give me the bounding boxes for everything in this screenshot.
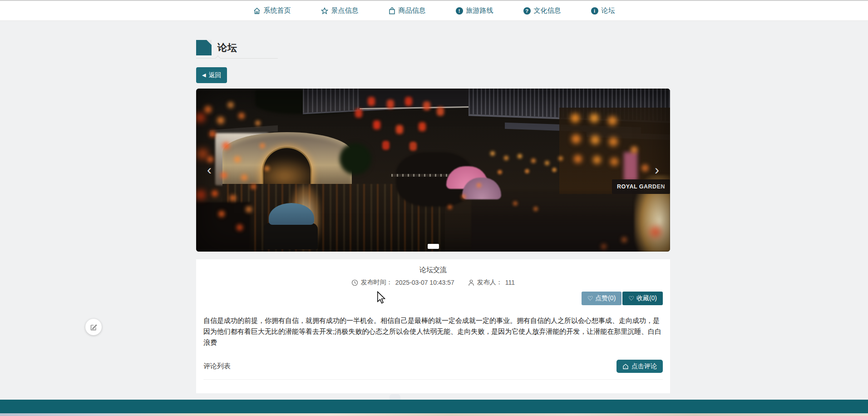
publisher-value: 111	[505, 279, 515, 286]
nav-item-label: 旅游路线	[466, 6, 493, 15]
comment-button-label: 点击评论	[631, 362, 657, 371]
title-underline	[196, 55, 278, 61]
back-button[interactable]: ◀ 返回	[196, 67, 227, 83]
publisher-label: 发布人：	[477, 278, 503, 287]
carousel-lanterns	[196, 89, 199, 91]
post-meta: 发布时间： 2025-03-07 10:43:57 发布人： 111	[203, 278, 663, 287]
post-image-carousel: ROYAL GARDEN ‹ ›	[196, 89, 670, 252]
bag-icon	[389, 7, 395, 15]
nav-item-label: 商品信息	[399, 6, 426, 15]
back-button-label: 返回	[208, 71, 221, 79]
top-navbar: 系统首页 景点信息 商品信息 ! 旅游路线 ? 文化信息 i 论坛	[0, 1, 868, 21]
carousel-indicator[interactable]	[428, 244, 439, 249]
page-title-row: 论坛	[196, 40, 670, 55]
nav-item-home[interactable]: 系统首页	[253, 6, 291, 15]
exclamation-circle-icon: !	[456, 7, 463, 15]
star-icon	[321, 7, 328, 15]
post-card: 论坛交流 发布时间： 2025-03-07 10:43:57 发布人： 111 …	[196, 259, 670, 393]
nav-items: 系统首页 景点信息 商品信息 ! 旅游路线 ? 文化信息 i 论坛	[253, 6, 615, 15]
publish-time-label: 发布时间：	[361, 278, 393, 287]
carousel-rooftop	[360, 89, 469, 109]
carousel-vertical-sign	[624, 152, 637, 181]
carousel-crowd	[196, 202, 251, 252]
comments-list-label: 评论列表	[203, 362, 231, 371]
nav-item-label: 景点信息	[331, 6, 359, 15]
comments-header-row: 评论列表 点击评论	[203, 360, 663, 373]
nav-item-label: 文化信息	[534, 6, 561, 15]
nav-item-scenic[interactable]: 景点信息	[321, 6, 359, 15]
bottom-edge-strip	[0, 413, 868, 416]
floating-edit-button[interactable]	[85, 319, 102, 335]
nav-item-forum[interactable]: i 论坛	[591, 6, 615, 15]
underline-line	[196, 58, 278, 59]
carousel-sign-royal-garden: ROYAL GARDEN	[612, 179, 670, 194]
post-content: 自信是成功的前提，你拥有自信，就拥有成功的一半机会。相信自己是最棒的就一定会成就…	[203, 315, 663, 348]
nav-item-products[interactable]: 商品信息	[389, 6, 426, 15]
heart-icon: ♡	[587, 295, 593, 302]
carousel-prev-button[interactable]: ‹	[202, 162, 216, 178]
home-icon	[253, 7, 261, 15]
page-footer	[0, 400, 868, 413]
page-title: 论坛	[217, 41, 237, 54]
user-icon	[468, 279, 474, 286]
edit-icon	[90, 323, 98, 331]
heart-icon: ♡	[628, 295, 634, 302]
carousel-boat	[264, 223, 318, 249]
nav-item-label: 系统首页	[264, 6, 291, 15]
question-circle-icon: ?	[523, 7, 531, 15]
page-title-icon	[196, 40, 212, 55]
carousel-next-button[interactable]: ›	[650, 162, 664, 178]
clock-icon	[351, 279, 358, 286]
underline-notch	[215, 55, 220, 60]
carousel-foliage	[340, 143, 371, 175]
main-content: 论坛 ◀ 返回	[196, 21, 670, 393]
post-title: 论坛交流	[203, 266, 663, 274]
info-circle-icon: i	[591, 7, 598, 15]
favorite-button[interactable]: ♡ 收藏(0)	[622, 292, 663, 305]
nav-item-culture[interactable]: ? 文化信息	[523, 6, 561, 15]
like-button-label: 点赞(0)	[595, 294, 616, 302]
card-divider	[203, 379, 663, 380]
like-button[interactable]: ♡ 点赞(0)	[582, 292, 622, 305]
favorite-button-label: 收藏(0)	[636, 294, 657, 302]
carousel-crowd	[471, 191, 644, 252]
nav-item-label: 论坛	[602, 6, 615, 15]
post-actions: ♡ 点赞(0) ♡ 收藏(0)	[203, 292, 663, 305]
comment-house-icon	[622, 363, 629, 370]
publish-time-value: 2025-03-07 10:43:57	[395, 279, 454, 286]
nav-item-routes[interactable]: ! 旅游路线	[456, 6, 493, 15]
back-arrow-icon: ◀	[202, 73, 206, 78]
comment-button[interactable]: 点击评论	[616, 360, 663, 373]
